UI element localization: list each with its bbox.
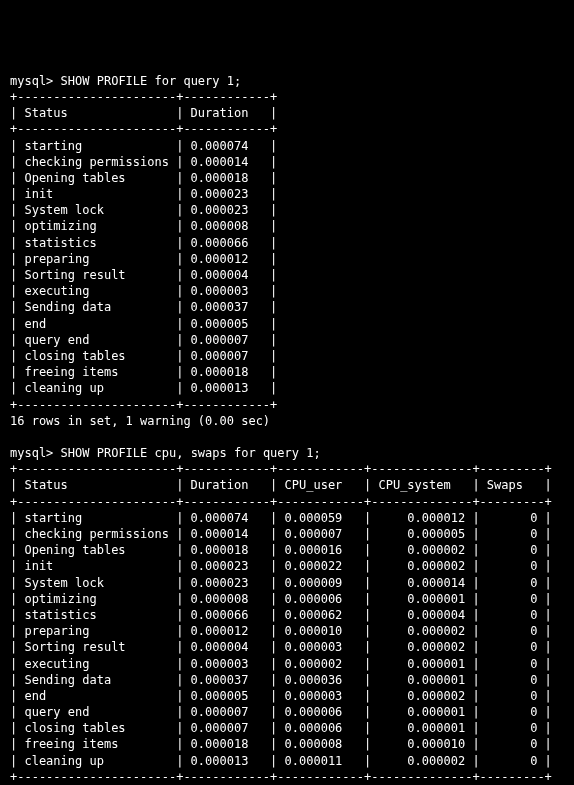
terminal-output: mysql> SHOW PROFILE for query 1; +------… — [10, 73, 564, 785]
table-1-header: | Status | Duration | — [10, 106, 277, 120]
table-1-body: | starting | 0.000074 | | checking permi… — [10, 139, 277, 396]
table-2-header: | Status | Duration | CPU_user | CPU_sys… — [10, 478, 552, 492]
table-1-border-mid: +----------------------+------------+ — [10, 122, 277, 136]
query-2-command: SHOW PROFILE cpu, swaps for query 1; — [61, 446, 321, 460]
query-1-command: SHOW PROFILE for query 1; — [61, 74, 242, 88]
table-1-border-top: +----------------------+------------+ — [10, 90, 277, 104]
table-2-body: | starting | 0.000074 | 0.000059 | 0.000… — [10, 511, 552, 768]
query-1-footer: 16 rows in set, 1 warning (0.00 sec) — [10, 414, 270, 428]
table-2-border-bot: +----------------------+------------+---… — [10, 770, 552, 784]
table-2-border-mid: +----------------------+------------+---… — [10, 495, 552, 509]
table-2-border-top: +----------------------+------------+---… — [10, 462, 552, 476]
table-1-border-bot: +----------------------+------------+ — [10, 398, 277, 412]
prompt-label: mysql> — [10, 446, 53, 460]
prompt-label: mysql> — [10, 74, 53, 88]
